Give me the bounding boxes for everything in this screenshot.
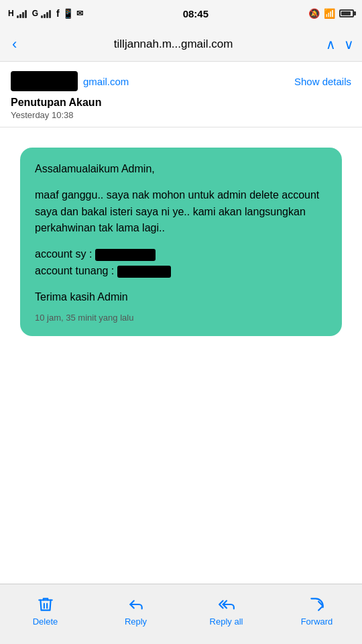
reply-all-button[interactable]: Reply all xyxy=(203,596,250,627)
sender-row: gmail.com Show details xyxy=(11,71,351,91)
status-time: 08:45 xyxy=(183,8,208,19)
account-tunang-label: account tunang : xyxy=(35,265,117,276)
mute-icon: 🔕 xyxy=(308,8,320,19)
reply-all-icon xyxy=(218,596,235,613)
wifi-icon: 📶 xyxy=(324,8,335,19)
account-sy-label: account sy : xyxy=(35,248,95,260)
email-subject: Penutupan Akaun xyxy=(11,97,351,109)
forward-button[interactable]: Forward xyxy=(294,596,341,627)
bubble-timestamp: 10 jam, 35 minit yang lalu xyxy=(35,313,327,323)
network-h-label: H xyxy=(8,9,14,18)
reply-icon xyxy=(127,596,145,613)
status-right: 🔕 📶 xyxy=(308,8,354,19)
closing-text: Terima kasih Admin xyxy=(35,289,327,306)
sender-email: gmail.com xyxy=(83,76,129,87)
nav-bar: ‹ tilljannah.m...gmail.com ∧ ∨ xyxy=(0,27,362,62)
prev-email-button[interactable]: ∧ xyxy=(326,36,336,52)
reply-label: Reply xyxy=(125,616,147,627)
trash-icon xyxy=(37,596,54,613)
account-sy-redacted xyxy=(95,249,156,261)
sender-info: gmail.com xyxy=(11,71,129,91)
email-date: Yesterday 10:38 xyxy=(11,110,351,120)
email-header: gmail.com Show details Penutupan Akaun Y… xyxy=(0,62,362,127)
nav-arrows: ∧ ∨ xyxy=(326,36,354,52)
status-left: H G f 📱 ✉ xyxy=(8,8,83,19)
show-details-button[interactable]: Show details xyxy=(294,76,351,87)
delete-button[interactable]: Delete xyxy=(22,596,69,627)
account-tunang-redacted xyxy=(117,266,171,278)
greeting-text: Assalamualaikum Admin, xyxy=(35,161,327,178)
email-account-title: tilljannah.m...gmail.com xyxy=(27,38,319,51)
account-info: account sy : account tunang : xyxy=(35,246,327,280)
bottom-toolbar: Delete Reply Reply all Forward xyxy=(0,584,362,644)
body-text: maaf ganggu.. saya nak mohon untuk admin… xyxy=(35,187,327,237)
signal-bars-left xyxy=(17,9,27,18)
content-area: gmail.com Show details Penutupan Akaun Y… xyxy=(0,62,362,584)
delete-label: Delete xyxy=(33,616,58,627)
reply-all-label: Reply all xyxy=(210,616,243,627)
forward-label: Forward xyxy=(301,616,333,627)
email-notify-icon: ✉ xyxy=(76,9,83,18)
chat-bubble: Assalamualaikum Admin, maaf ganggu.. say… xyxy=(20,148,342,336)
facebook-icon: f xyxy=(56,8,60,19)
battery-icon xyxy=(339,9,354,17)
signal-bars-right xyxy=(41,9,51,18)
status-bar: H G f 📱 ✉ 08:45 🔕 📶 xyxy=(0,0,362,27)
bubble-text: Assalamualaikum Admin, maaf ganggu.. say… xyxy=(35,161,327,306)
back-button[interactable]: ‹ xyxy=(8,33,21,56)
reply-button[interactable]: Reply xyxy=(113,596,160,627)
network-g-label: G xyxy=(32,9,38,18)
message-area: Assalamualaikum Admin, maaf ganggu.. say… xyxy=(0,127,362,350)
forward-icon xyxy=(308,596,326,613)
whatsapp-icon: 📱 xyxy=(62,8,74,19)
sender-avatar-redacted xyxy=(11,71,78,91)
next-email-button[interactable]: ∨ xyxy=(344,36,354,52)
